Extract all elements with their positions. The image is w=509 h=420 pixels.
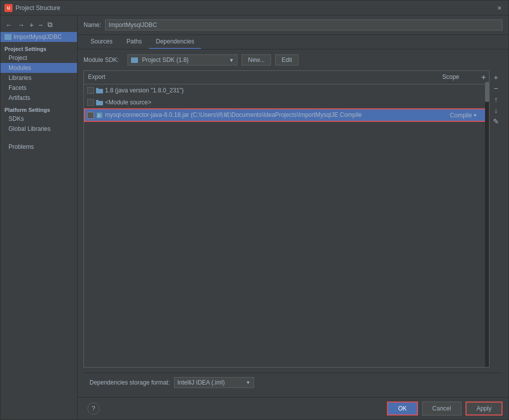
tab-sources[interactable]: Sources — [84, 35, 120, 49]
table-row[interactable]: J mysql-connector-java-8.0.18.jar (C:\Us… — [84, 108, 489, 122]
module-sdk-label: Module SDK: — [84, 56, 124, 63]
export-checkbox-module-source[interactable] — [87, 99, 94, 106]
deps-table-container: Export Scope + — [84, 70, 502, 368]
deps-side-buttons: + − ↑ ↓ ✎ — [490, 70, 502, 368]
project-structure-dialog: u Project Structure × ← → + − ⧉ ImportMy… — [0, 0, 509, 420]
table-row[interactable]: <Module source> — [84, 96, 489, 108]
svg-text:J: J — [98, 113, 100, 118]
sidebar-nav-bar: ← → + − ⧉ — [0, 17, 77, 32]
move-up-dep-button[interactable]: ↑ — [492, 94, 500, 104]
scope-column-header: Scope — [438, 72, 478, 82]
sdk-value: Project SDK (1.8) — [142, 56, 188, 63]
status-footer: ? — [84, 402, 104, 416]
sdk-row: Module SDK: Project SDK (1.8) ▼ New... E… — [84, 54, 502, 65]
svg-rect-0 — [96, 89, 103, 93]
sdk-folder-icon — [131, 57, 138, 63]
sidebar-item-artifacts[interactable]: Artifacts — [0, 93, 77, 103]
jdk-folder-icon — [96, 87, 103, 94]
content-area: ← → + − ⧉ ImportMysqlJDBC Project Settin… — [0, 15, 508, 420]
export-column-header: Export — [84, 72, 438, 82]
title-bar: u Project Structure × — [0, 0, 508, 15]
sidebar-item-artifacts-label: Artifacts — [8, 94, 30, 101]
scope-value: Compile — [450, 112, 472, 119]
app-icon: u — [4, 4, 12, 12]
storage-format-dropdown[interactable]: IntelliJ IDEA (.iml) ▼ — [174, 377, 254, 388]
chevron-down-icon: ▼ — [229, 57, 234, 63]
deps-table-body: 1.8 (java version "1.8.0_231") — [84, 84, 489, 367]
tab-paths[interactable]: Paths — [120, 35, 149, 49]
sdk-edit-button[interactable]: Edit — [275, 54, 298, 65]
export-checkbox-jdk[interactable] — [87, 87, 94, 94]
sidebar-item-global-libraries[interactable]: Global Libraries — [0, 124, 77, 134]
export-checkbox-mysql-jar[interactable] — [87, 112, 94, 119]
sidebar-item-libraries-label: Libraries — [8, 74, 32, 81]
storage-format-row: Dependencies storage format: IntelliJ ID… — [84, 373, 502, 392]
storage-chevron-icon: ▼ — [246, 380, 250, 385]
scope-chevron-icon: ▼ — [473, 113, 478, 118]
mysql-jar-dep-text: mysql-connector-java-8.0.18.jar (C:\User… — [105, 111, 446, 119]
sidebar-item-global-libraries-label: Global Libraries — [8, 125, 50, 132]
sidebar: ← → + − ⧉ ImportMysqlJDBC Project Settin… — [0, 15, 78, 420]
tabs-bar: Sources Paths Dependencies — [78, 35, 508, 49]
name-label: Name: — [84, 21, 101, 28]
storage-format-value: IntelliJ IDEA (.iml) — [178, 379, 225, 386]
module-source-dep-text: <Module source> — [105, 99, 446, 106]
module-source-icon — [96, 99, 103, 106]
title-bar-left: u Project Structure — [4, 4, 60, 12]
sidebar-item-libraries[interactable]: Libraries — [0, 73, 77, 83]
deps-table: Export Scope + — [84, 70, 490, 368]
sidebar-item-project-label: Project — [8, 54, 27, 61]
svg-rect-1 — [96, 88, 98, 89]
add-dep-side-button[interactable]: + — [492, 72, 500, 82]
copy-module-button[interactable]: ⧉ — [46, 19, 54, 30]
back-button[interactable]: ← — [4, 20, 14, 30]
name-row: Name: — [78, 15, 508, 35]
scrollbar-thumb — [485, 82, 489, 102]
help-button[interactable]: ? — [88, 403, 100, 415]
move-down-dep-button[interactable]: ↓ — [492, 105, 500, 115]
sidebar-item-project[interactable]: Project — [0, 53, 77, 63]
svg-rect-2 — [96, 101, 103, 105]
apply-button[interactable]: Apply — [466, 402, 502, 416]
sdk-dropdown[interactable]: Project SDK (1.8) ▼ — [128, 54, 238, 65]
mysql-jar-scope[interactable]: Compile ▼ — [446, 112, 486, 119]
forward-button[interactable]: → — [16, 20, 26, 30]
jar-icon: J — [96, 112, 103, 119]
close-button[interactable]: × — [494, 3, 504, 13]
jdk-dep-text: 1.8 (java version "1.8.0_231") — [105, 87, 446, 94]
sdk-new-button[interactable]: New... — [242, 54, 271, 65]
edit-dep-button[interactable]: ✎ — [492, 116, 500, 126]
main-panel: Name: Sources Paths Dependencies Mo — [78, 15, 508, 420]
add-dependency-button[interactable]: + — [478, 72, 488, 82]
sidebar-item-facets-label: Facets — [8, 84, 26, 91]
sidebar-item-facets[interactable]: Facets — [0, 83, 77, 93]
action-buttons-row: ? OK Cancel Apply — [78, 397, 508, 420]
window-title: Project Structure — [16, 4, 60, 11]
add-module-button[interactable]: + — [28, 20, 34, 30]
scrollbar[interactable] — [485, 82, 489, 367]
storage-format-label: Dependencies storage format: — [90, 379, 170, 386]
svg-rect-3 — [96, 100, 98, 101]
sidebar-item-modules[interactable]: Modules — [0, 63, 77, 73]
table-row[interactable]: 1.8 (java version "1.8.0_231") — [84, 84, 489, 96]
sidebar-item-sdks-label: SDKs — [8, 115, 24, 122]
platform-settings-section: Platform Settings — [0, 103, 77, 114]
remove-module-button[interactable]: − — [38, 20, 44, 30]
sidebar-item-modules-label: Modules — [8, 64, 31, 71]
cancel-button[interactable]: Cancel — [422, 402, 462, 416]
scope-dropdown[interactable]: Compile ▼ — [450, 112, 486, 119]
project-settings-section: Project Settings — [0, 42, 77, 53]
module-item-importmysqljdbc[interactable]: ImportMysqlJDBC — [0, 32, 77, 42]
remove-dep-side-button[interactable]: − — [492, 83, 500, 93]
module-item-label: ImportMysqlJDBC — [14, 33, 62, 40]
name-input[interactable] — [105, 19, 502, 30]
dependencies-panel: Module SDK: Project SDK (1.8) ▼ New... E… — [78, 49, 508, 397]
deps-table-header: Export Scope + — [84, 71, 489, 84]
ok-button[interactable]: OK — [387, 402, 418, 416]
sidebar-item-sdks[interactable]: SDKs — [0, 114, 77, 124]
module-folder-icon — [4, 34, 12, 40]
tab-dependencies[interactable]: Dependencies — [149, 35, 202, 49]
sidebar-item-problems[interactable]: Problems — [0, 142, 77, 152]
sidebar-item-problems-label: Problems — [8, 143, 34, 150]
